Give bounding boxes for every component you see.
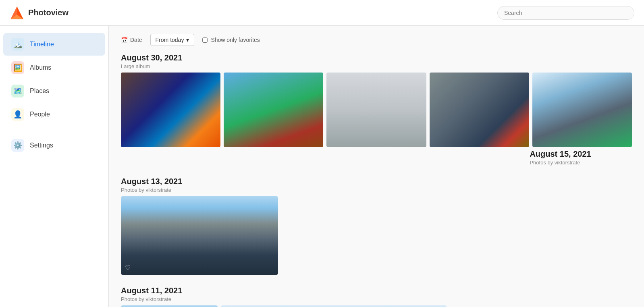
photo-grid-aug30-large (121, 73, 632, 147)
section-sub-aug11: Photos by viktorstrate (121, 296, 632, 302)
section-header-aug30-large: August 30, 2021 Large album (121, 53, 632, 69)
section-date-aug11: August 11, 2021 (121, 286, 632, 295)
sidebar-item-people[interactable]: 👤 People (3, 103, 105, 126)
section-header-aug13: August 13, 2021 Photos by viktorstrate (121, 177, 632, 193)
albums-icon: 🖼️ (11, 61, 24, 74)
photo-grid-aug11 (121, 305, 632, 307)
timeline-icon: 🏔️ (11, 38, 24, 51)
photo-section-aug13: August 13, 2021 Photos by viktorstrate ♡ (121, 177, 632, 275)
main-content: 📅 Date From today ▾ Show only favorites … (109, 26, 644, 307)
section-subtitle: Large album (121, 63, 632, 69)
layout: 🏔️ Timeline 🖼️ Albums 🗺️ Places 👤 People… (0, 26, 644, 307)
section-date-aug13: August 13, 2021 (121, 177, 632, 186)
favorite-heart-icon: ♡ (125, 264, 131, 272)
date-dropdown-value: From today (156, 37, 184, 43)
photo-thumb-mountains-2[interactable] (121, 305, 218, 307)
sidebar-item-timeline[interactable]: 🏔️ Timeline (3, 33, 105, 56)
sidebar-item-places[interactable]: 🗺️ Places (3, 80, 105, 102)
photo-grid-aug13: ♡ (121, 196, 632, 275)
sidebar-divider (6, 130, 102, 130)
photo-thumb[interactable] (224, 73, 323, 147)
section-date: August 30, 2021 (121, 53, 632, 62)
section-sub-aug15: Photos by viktorstrate (530, 160, 632, 166)
app-logo-icon (10, 6, 24, 20)
sidebar-label-people: People (30, 111, 50, 118)
topbar: Photoview (0, 0, 644, 26)
section-date-aug15: August 15, 2021 (530, 149, 632, 159)
photo-thumb[interactable] (430, 73, 529, 147)
calendar-icon: 📅 (121, 37, 128, 43)
people-icon: 👤 (11, 108, 24, 121)
sidebar-label-settings: Settings (30, 142, 53, 149)
search-input[interactable] (497, 6, 634, 20)
photo-thumb[interactable] (326, 73, 426, 147)
app-name: Photoview (28, 8, 69, 17)
section-header-aug11: August 11, 2021 Photos by viktorstrate (121, 286, 632, 302)
sidebar-label-albums: Albums (30, 64, 51, 71)
photo-section-aug30-large: August 30, 2021 Large album (121, 53, 632, 166)
date-dropdown[interactable]: From today ▾ (150, 34, 195, 46)
photo-thumb-coast[interactable] (221, 305, 447, 307)
chevron-down-icon: ▾ (186, 37, 189, 43)
section-sub-aug13: Photos by viktorstrate (121, 187, 632, 193)
sidebar-item-settings[interactable]: ⚙️ Settings (3, 134, 105, 157)
settings-icon: ⚙️ (11, 139, 24, 152)
photo-section-aug11: August 11, 2021 Photos by viktorstrate (121, 286, 632, 307)
favorites-checkbox[interactable] (202, 37, 208, 43)
logo-area: Photoview (10, 6, 69, 20)
sidebar-label-timeline: Timeline (30, 41, 54, 48)
sidebar-item-albums[interactable]: 🖼️ Albums (3, 56, 105, 79)
date-section-label: 📅 Date (121, 37, 142, 43)
sidebar-label-places: Places (30, 87, 49, 95)
favorites-checkbox-label[interactable]: Show only favorites (202, 37, 260, 43)
photo-thumb[interactable] (532, 73, 632, 147)
places-icon: 🗺️ (11, 85, 24, 97)
favorites-label-text: Show only favorites (211, 37, 260, 43)
photo-thumb-snowy-mountains[interactable]: ♡ (121, 196, 278, 275)
photo-thumb[interactable] (121, 73, 220, 147)
toolbar: 📅 Date From today ▾ Show only favorites (121, 34, 632, 46)
sidebar: 🏔️ Timeline 🖼️ Albums 🗺️ Places 👤 People… (0, 26, 109, 307)
